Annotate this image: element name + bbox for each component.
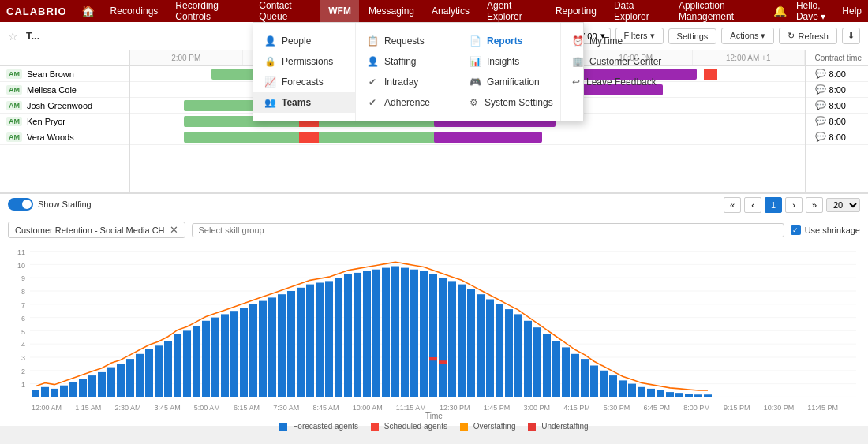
employee-name-3: Ken Pryor — [27, 117, 65, 126]
nav-wfm[interactable]: WFM — [320, 0, 359, 22]
nav-recordings[interactable]: Recordings — [103, 0, 166, 22]
nav-application-management[interactable]: Application Management — [671, 0, 772, 22]
svg-rect-33 — [126, 359, 134, 397]
dropdown-mytime[interactable]: ⏰ MyTime — [561, 31, 664, 51]
dropdown-teams[interactable]: 👥 Teams — [253, 92, 355, 113]
svg-rect-47 — [259, 301, 267, 397]
svg-text:3: 3 — [21, 354, 25, 362]
svg-text:9: 9 — [21, 274, 25, 282]
reports-icon: 📄 — [470, 35, 481, 47]
actions-button[interactable]: Actions ▾ — [721, 28, 774, 44]
nav-reporting[interactable]: Reporting — [548, 0, 604, 22]
svg-rect-35 — [145, 349, 153, 397]
channel-close-button[interactable]: ✕ — [170, 224, 178, 236]
dropdown-people[interactable]: 👤 People — [253, 31, 355, 51]
svg-rect-94 — [704, 394, 712, 397]
favorite-star-icon[interactable]: ☆ — [8, 30, 18, 43]
skill-group-input[interactable] — [192, 223, 784, 237]
svg-rect-88 — [647, 389, 655, 397]
dropdown-gamification[interactable]: 🎮 Gamification — [458, 72, 560, 92]
legend-understaffing: Understaffing — [528, 422, 588, 431]
contract-value-3: 8:00 — [829, 117, 846, 126]
dropdown-forecasts[interactable]: 📈 Forecasts — [253, 72, 355, 92]
svg-rect-72 — [496, 304, 503, 397]
svg-rect-52 — [306, 285, 314, 397]
svg-rect-43 — [221, 314, 229, 397]
svg-rect-61 — [391, 267, 399, 397]
dropdown-col-1: 👤 People 🔒 Permissions 📈 Forecasts 👥 Tea… — [253, 23, 356, 121]
user-menu[interactable]: Hello, Dave ▾ — [796, 0, 832, 22]
page-last-button[interactable]: » — [806, 197, 823, 213]
staffing-icon: 👤 — [367, 56, 378, 67]
svg-rect-31 — [107, 368, 115, 397]
svg-rect-58 — [363, 271, 371, 397]
notification-bell-icon[interactable]: 🔔 — [773, 5, 787, 17]
dropdown-staffing[interactable]: 👤 Staffing — [356, 51, 458, 72]
toggle-knob — [22, 200, 32, 209]
settings-button[interactable]: Settings — [668, 28, 717, 44]
message-icon-1: 💬 — [815, 84, 826, 95]
dropdown-intraday[interactable]: ✔ Intraday — [356, 72, 458, 92]
chart-svg: 11 10 9 8 7 6 5 4 3 2 1 — [8, 241, 860, 407]
message-icon-3: 💬 — [815, 116, 826, 126]
help-button[interactable]: Help — [842, 6, 862, 17]
svg-rect-49 — [278, 294, 286, 397]
svg-rect-51 — [297, 288, 305, 397]
contract-value-1: 8:00 — [829, 85, 846, 95]
nav-analytics[interactable]: Analytics — [424, 0, 477, 22]
svg-rect-50 — [287, 291, 295, 397]
svg-text:6: 6 — [21, 315, 25, 323]
svg-rect-73 — [505, 309, 513, 397]
svg-text:4: 4 — [21, 341, 25, 349]
page-next-button[interactable]: › — [785, 197, 803, 213]
pagination: « ‹ 1 › » 20 — [0, 193, 868, 215]
use-shrinkage-checkbox[interactable]: ✓ — [791, 225, 801, 235]
svg-text:5: 5 — [21, 327, 25, 335]
am-badge-3: AM — [6, 117, 22, 126]
use-shrinkage-toggle[interactable]: ✓ Use shrinkage — [791, 225, 860, 235]
channel-label-box: Customer Retention - Social Media CH ✕ — [8, 222, 185, 238]
contract-time-col: Contract time 💬 8:00 💬 8:00 💬 8:00 💬 8:0… — [805, 50, 868, 192]
svg-rect-90 — [666, 392, 674, 397]
svg-rect-25 — [51, 389, 58, 397]
dropdown-customer-center[interactable]: 🏢 Customer Center — [561, 51, 664, 72]
svg-rect-42 — [211, 318, 219, 397]
svg-rect-87 — [638, 387, 645, 397]
dropdown-insights[interactable]: 📊 Insights — [458, 51, 560, 72]
svg-rect-40 — [193, 326, 200, 397]
svg-rect-92 — [685, 394, 693, 397]
svg-rect-64 — [420, 271, 428, 397]
settings-icon: ⚙ — [470, 97, 478, 108]
toggle-switch[interactable] — [8, 198, 33, 211]
understaffing-dot — [528, 423, 536, 431]
feedback-icon: ↩ — [572, 76, 580, 88]
page-first-button[interactable]: « — [724, 197, 741, 213]
svg-text:11: 11 — [17, 248, 25, 256]
nav-contact-queue[interactable]: Contact Queue — [251, 0, 319, 22]
dropdown-permissions[interactable]: 🔒 Permissions — [253, 51, 355, 72]
dropdown-leave-feedback[interactable]: ↩ Leave Feedback — [561, 72, 664, 92]
svg-rect-66 — [439, 278, 447, 397]
dropdown-reports[interactable]: 📄 Reports — [458, 31, 560, 51]
nav-agent-explorer[interactable]: Agent Explorer — [479, 0, 546, 22]
page-prev-button[interactable]: ‹ — [744, 197, 761, 213]
employee-row-3: AM Ken Pryor — [0, 114, 129, 129]
dropdown-col-2: 📋 Requests 👤 Staffing ✔ Intraday ✔ Adher… — [356, 23, 458, 121]
svg-rect-29 — [88, 375, 96, 397]
refresh-button[interactable]: ↻ Refresh — [779, 28, 837, 44]
svg-rect-30 — [98, 372, 106, 397]
per-page-select[interactable]: 20 — [826, 198, 860, 212]
page-1-button[interactable]: 1 — [765, 197, 782, 213]
dropdown-requests[interactable]: 📋 Requests — [356, 31, 458, 51]
dropdown-adherence[interactable]: ✔ Adherence — [356, 92, 458, 113]
nav-recording-controls[interactable]: Recording Controls — [167, 0, 249, 22]
svg-rect-48 — [268, 297, 276, 397]
employee-row-2: AM Josh Greenwood — [0, 98, 129, 114]
nav-messaging[interactable]: Messaging — [361, 0, 422, 22]
export-button[interactable]: ⬇ — [842, 28, 860, 44]
nav-data-explorer[interactable]: Data Explorer — [606, 0, 669, 22]
svg-rect-34 — [136, 354, 144, 397]
home-button[interactable]: 🏠 — [75, 5, 101, 17]
dropdown-system-settings[interactable]: ⚙ System Settings — [458, 92, 560, 113]
svg-rect-46 — [249, 304, 257, 397]
